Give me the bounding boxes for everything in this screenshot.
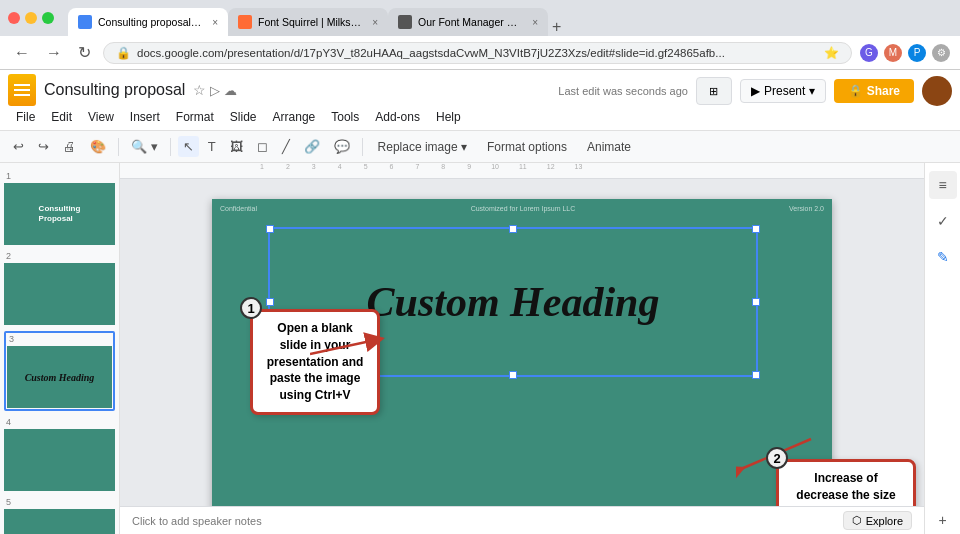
animate-button[interactable]: Animate [579, 137, 639, 157]
header-right-actions: Last edit was seconds ago ⊞ ▶ Present ▾ … [558, 76, 952, 106]
menu-file[interactable]: File [8, 108, 43, 126]
explore-button[interactable]: ⬡ Explore [843, 511, 912, 530]
address-bar: ← → ↻ 🔒 docs.google.com/presentation/d/1… [0, 36, 960, 70]
menu-insert[interactable]: Insert [122, 108, 168, 126]
traffic-lights [8, 12, 54, 24]
forward-button[interactable]: → [42, 42, 66, 64]
extension-icon-1[interactable]: G [860, 44, 878, 62]
back-button[interactable]: ← [10, 42, 34, 64]
main-content: 1 ConsultingProposal 2 3 Custom Heading … [0, 163, 960, 534]
tabs-bar: Consulting proposal - Google ... × Font … [68, 0, 952, 36]
redo-button[interactable]: ↪ [33, 136, 54, 157]
undo-button[interactable]: ↩ [8, 136, 29, 157]
canvas-scroll[interactable]: Confidential Customized for Lorem Ipsum … [120, 179, 924, 506]
notes-placeholder[interactable]: Click to add speaker notes [132, 515, 262, 527]
slide-thumb-content-3: Custom Heading [7, 346, 112, 408]
menu-format[interactable]: Format [168, 108, 222, 126]
slide-thumb-content-5 [4, 509, 115, 534]
new-tab-button[interactable]: + [552, 18, 561, 36]
menu-bar: File Edit View Insert Format Slide Arran… [8, 108, 952, 126]
comment-tool[interactable]: 💬 [329, 136, 355, 157]
url-bar[interactable]: 🔒 docs.google.com/presentation/d/17pY3V_… [103, 42, 852, 64]
explore-icon: ⬡ [852, 514, 862, 527]
slide-thumbnail-1[interactable]: 1 ConsultingProposal [4, 171, 115, 245]
maximize-traffic-light[interactable] [42, 12, 54, 24]
right-panel-btn-3[interactable]: ✎ [929, 243, 957, 271]
replace-image-button[interactable]: Replace image ▾ [370, 137, 475, 157]
title-icons: ☆ ▷ ☁ [193, 82, 237, 98]
handle-top-right[interactable] [752, 225, 760, 233]
image-tool[interactable]: 🖼 [225, 136, 248, 157]
tab-close-button[interactable]: × [372, 17, 378, 28]
browser-actions: G M P ⚙ [860, 44, 950, 62]
slides-panel: 1 ConsultingProposal 2 3 Custom Heading … [0, 163, 120, 534]
right-panel-btn-2[interactable]: ✓ [929, 207, 957, 235]
slide-thumb-content-4 [4, 429, 115, 491]
tab-font-manager[interactable]: Our Font Manager Software | E... × [388, 8, 548, 36]
menu-addons[interactable]: Add-ons [367, 108, 428, 126]
handle-top-left[interactable] [266, 225, 274, 233]
tab-font-squirrel[interactable]: Font Squirrel | Milkshake Font... × [228, 8, 388, 36]
minimize-traffic-light[interactable] [25, 12, 37, 24]
tab-consulting-proposal[interactable]: Consulting proposal - Google ... × [68, 8, 228, 36]
print-button[interactable]: 🖨 [58, 136, 81, 157]
app-title: Consulting proposal [44, 81, 185, 99]
menu-slide[interactable]: Slide [222, 108, 265, 126]
callout-1-number: 1 [240, 297, 262, 319]
collapse-panel-button[interactable]: + [929, 506, 957, 534]
handle-bottom-middle[interactable] [509, 371, 517, 379]
callout-2-wrapper: 2 Increase of decrease the size using th… [776, 459, 916, 506]
user-avatar[interactable] [922, 76, 952, 106]
format-options-button[interactable]: Format options [479, 137, 575, 157]
share-button[interactable]: 🔒 Share [834, 79, 914, 103]
notes-actions: ⬡ Explore [843, 511, 912, 530]
slide-thumbnail-2[interactable]: 2 [4, 251, 115, 325]
star-icon[interactable]: ☆ [193, 82, 206, 98]
menu-edit[interactable]: Edit [43, 108, 80, 126]
slide-thumbnail-5[interactable]: 5 [4, 497, 115, 534]
menu-view[interactable]: View [80, 108, 122, 126]
present-button[interactable]: ▶ Present ▾ [740, 79, 826, 103]
tab-label: Font Squirrel | Milkshake Font... [258, 16, 362, 28]
slide-thumb-content-1: ConsultingProposal [4, 183, 115, 245]
link-tool[interactable]: 🔗 [299, 136, 325, 157]
extension-icon-3[interactable]: P [908, 44, 926, 62]
logo-line3 [14, 94, 30, 96]
cursor-tool[interactable]: ↖ [178, 136, 199, 157]
slideshow-icon-btn[interactable]: ⊞ [696, 77, 732, 105]
right-panel-btn-1[interactable]: ≡ [929, 171, 957, 199]
menu-arrange[interactable]: Arrange [265, 108, 324, 126]
slide-thumbnail-4[interactable]: 4 [4, 417, 115, 491]
slides-app: Consulting proposal ☆ ▷ ☁ Last edit was … [0, 70, 960, 534]
close-traffic-light[interactable] [8, 12, 20, 24]
slide1-text: ConsultingProposal [35, 200, 85, 227]
tab-close-button[interactable]: × [532, 17, 538, 28]
app-title-row: Consulting proposal ☆ ▷ ☁ [8, 74, 237, 106]
cloud-icon: ☁ [224, 83, 237, 98]
menu-tools[interactable]: Tools [323, 108, 367, 126]
callout-1-wrapper: 1 Open a blank slide in your presentatio… [250, 309, 380, 415]
slide-thumbnail-3[interactable]: 3 Custom Heading [4, 331, 115, 411]
move-icon: ▷ [210, 83, 220, 98]
tab-label: Consulting proposal - Google ... [98, 16, 202, 28]
slide-header-right: Version 2.0 [789, 205, 824, 212]
text-tool[interactable]: T [203, 136, 221, 157]
toolbar: ↩ ↪ 🖨 🎨 🔍 ▾ ↖ T 🖼 ◻ ╱ 🔗 💬 Replace image … [0, 131, 960, 163]
canvas-area: 1 2 3 4 5 6 7 8 9 10 11 12 13 [120, 163, 924, 534]
extension-icon-2[interactable]: M [884, 44, 902, 62]
handle-top-middle[interactable] [509, 225, 517, 233]
toolbar-divider-3 [362, 138, 363, 156]
slide3-heading: Custom Heading [25, 372, 95, 383]
paint-format-button[interactable]: 🎨 [85, 136, 111, 157]
tab-icon-fontmanager [398, 15, 412, 29]
menu-help[interactable]: Help [428, 108, 469, 126]
extension-icon-4[interactable]: ⚙ [932, 44, 950, 62]
tab-close-button[interactable]: × [212, 17, 218, 28]
line-tool[interactable]: ╱ [277, 136, 295, 157]
handle-bottom-right[interactable] [752, 371, 760, 379]
callout-1-arrow [310, 329, 390, 379]
present-icon: ▶ [751, 84, 760, 98]
zoom-button[interactable]: 🔍 ▾ [126, 136, 163, 157]
shape-tool[interactable]: ◻ [252, 136, 273, 157]
reload-button[interactable]: ↻ [74, 41, 95, 64]
